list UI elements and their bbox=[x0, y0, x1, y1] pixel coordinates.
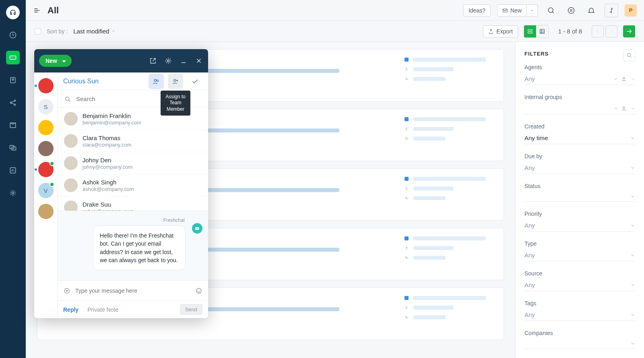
gear-icon[interactable] bbox=[164, 56, 173, 65]
nav-contacts-icon[interactable] bbox=[6, 73, 20, 87]
next-page-button[interactable] bbox=[605, 25, 617, 37]
private-note-tab[interactable]: Private Note bbox=[87, 306, 118, 313]
filter-value[interactable]: Any bbox=[524, 73, 635, 85]
notifications-icon[interactable] bbox=[584, 4, 598, 17]
ideas-button[interactable]: Ideas? bbox=[463, 4, 491, 17]
assign-group-button[interactable] bbox=[149, 74, 164, 89]
reply-tab[interactable]: Reply bbox=[63, 306, 78, 313]
conversation-avatar[interactable] bbox=[38, 120, 54, 135]
svg-rect-18 bbox=[540, 29, 544, 33]
conversation-avatar[interactable] bbox=[38, 141, 54, 156]
view-toggle bbox=[524, 25, 549, 38]
priority-indicator-icon bbox=[405, 58, 409, 62]
user-avatar[interactable]: P bbox=[625, 4, 637, 17]
svg-point-27 bbox=[167, 60, 169, 62]
add-attachment-icon[interactable] bbox=[63, 287, 70, 294]
contact-name[interactable]: Curious Sun bbox=[63, 78, 99, 85]
search-icon bbox=[64, 95, 71, 103]
svg-point-5 bbox=[12, 79, 14, 80]
member-item[interactable]: Ashok Singhashok@company.com bbox=[58, 174, 208, 197]
nav-social-icon[interactable] bbox=[6, 96, 20, 110]
prev-page-button[interactable] bbox=[592, 25, 604, 37]
member-list: Benjamin Franklinbenjamin@company.comCla… bbox=[58, 108, 208, 211]
svg-point-23 bbox=[406, 306, 407, 308]
svg-point-19 bbox=[406, 68, 407, 69]
chevron-down-icon bbox=[630, 283, 635, 288]
filter-group: PriorityAny bbox=[524, 211, 635, 232]
conversation-list: SV bbox=[34, 72, 58, 318]
member-email: benjamin@company.com bbox=[83, 120, 141, 126]
filter-value[interactable]: Any bbox=[524, 249, 635, 261]
member-avatar bbox=[64, 201, 78, 211]
chevron-down-icon bbox=[630, 166, 635, 170]
conversation-avatar[interactable] bbox=[38, 78, 54, 93]
svg-point-2 bbox=[11, 57, 12, 58]
new-button-group: New bbox=[497, 4, 538, 17]
filters-heading: FILTERS bbox=[524, 51, 635, 57]
filter-value[interactable]: Any bbox=[524, 309, 635, 321]
nav-settings-icon[interactable] bbox=[6, 186, 20, 200]
assign-member-button[interactable]: Assign to Team Member bbox=[168, 74, 183, 89]
filter-value[interactable]: Any time bbox=[524, 132, 635, 144]
nav-tickets-icon[interactable] bbox=[6, 51, 20, 64]
close-icon[interactable] bbox=[194, 56, 203, 65]
new-button[interactable]: New bbox=[497, 4, 527, 17]
filter-value[interactable]: Any bbox=[524, 219, 635, 232]
top-bar: All Ideas? New P bbox=[26, 0, 644, 21]
message-input[interactable] bbox=[75, 288, 190, 294]
search-icon[interactable] bbox=[544, 4, 558, 17]
resolve-button[interactable] bbox=[187, 74, 202, 89]
filter-group: SourceAny bbox=[524, 270, 635, 291]
nav-dashboard-icon[interactable] bbox=[6, 28, 20, 42]
send-button[interactable]: Send bbox=[180, 304, 202, 315]
filter-group: Due byAny bbox=[524, 153, 635, 174]
conversation-avatar[interactable] bbox=[38, 162, 54, 177]
nav-solutions-icon[interactable] bbox=[6, 118, 20, 132]
status-icon bbox=[405, 77, 409, 81]
agent-icon bbox=[405, 67, 409, 71]
freshworks-switcher-icon[interactable] bbox=[605, 4, 618, 17]
bot-name-label: Freshchat bbox=[64, 217, 202, 223]
sort-value[interactable]: Last modified bbox=[73, 28, 116, 35]
filter-value[interactable]: Any bbox=[524, 162, 635, 174]
chevron-down-icon bbox=[630, 136, 635, 141]
chat-icon[interactable] bbox=[564, 4, 578, 17]
member-item[interactable]: Clara Thomasclara@company.com bbox=[58, 130, 208, 152]
svg-point-34 bbox=[197, 228, 198, 229]
member-item[interactable]: Drake Suuashok@company.com bbox=[58, 197, 208, 211]
svg-point-6 bbox=[10, 102, 11, 103]
sort-bar: Sort by : Last modified Export 1 - 8 of … bbox=[26, 21, 644, 42]
select-all-checkbox[interactable] bbox=[35, 28, 41, 35]
minimize-icon[interactable] bbox=[179, 56, 188, 65]
svg-point-7 bbox=[14, 100, 15, 101]
filter-value[interactable] bbox=[524, 339, 635, 349]
member-item[interactable]: Johny Denjohny@company.com bbox=[58, 152, 208, 174]
chevron-down-icon bbox=[630, 194, 635, 199]
conversation-avatar[interactable]: V bbox=[38, 183, 54, 198]
nav-reports-icon[interactable] bbox=[6, 163, 20, 177]
filter-group: Status bbox=[524, 183, 635, 202]
nav-forums-icon[interactable] bbox=[6, 141, 20, 155]
conversation-avatar[interactable]: S bbox=[38, 99, 54, 114]
filter-label: Internal groups bbox=[524, 94, 635, 100]
filter-value[interactable] bbox=[524, 103, 635, 114]
conversation-status-dropdown[interactable]: New bbox=[39, 55, 72, 67]
member-avatar bbox=[64, 134, 78, 148]
card-view-button[interactable] bbox=[524, 25, 536, 37]
filter-value[interactable] bbox=[524, 192, 635, 202]
table-view-button[interactable] bbox=[536, 25, 548, 37]
filter-value[interactable]: Any bbox=[524, 279, 635, 291]
app-logo[interactable] bbox=[6, 6, 20, 19]
emoji-icon[interactable] bbox=[195, 287, 202, 294]
chevron-down-icon bbox=[631, 106, 635, 110]
chevron-down-icon bbox=[613, 77, 618, 81]
filter-search-icon[interactable] bbox=[623, 49, 635, 61]
new-dropdown-button[interactable] bbox=[527, 4, 538, 17]
svg-point-33 bbox=[196, 228, 197, 229]
toggle-filters-button[interactable] bbox=[623, 25, 635, 37]
popout-icon[interactable] bbox=[149, 56, 157, 65]
conversation-avatar[interactable] bbox=[38, 204, 54, 219]
menu-toggle-icon[interactable] bbox=[33, 6, 41, 14]
member-name: Ashok Singh bbox=[83, 179, 134, 186]
export-button[interactable]: Export bbox=[483, 25, 518, 37]
